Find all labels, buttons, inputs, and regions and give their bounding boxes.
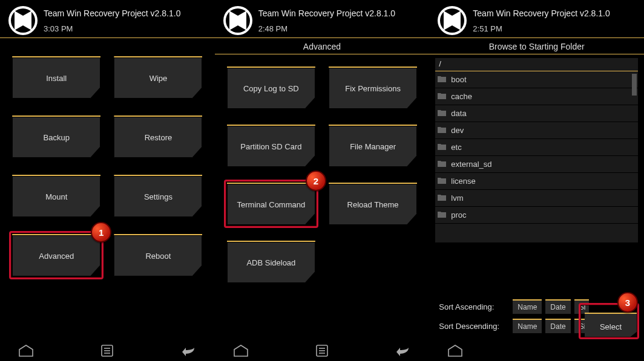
log-icon[interactable] [313, 344, 331, 357]
nav-bar [0, 344, 215, 357]
screen-main: Team Win Recovery Project v2.8.1.0 3:03 … [0, 0, 215, 361]
main-button-grid: Install Wipe Backup Restore Mount Settin… [0, 38, 215, 284]
list-item[interactable]: etc [435, 139, 638, 156]
header: Team Win Recovery Project v2.8.1.0 2:48 … [215, 0, 430, 38]
install-button[interactable]: Install [12, 56, 100, 99]
sort-date-desc-button[interactable]: Date [545, 319, 570, 333]
list-item[interactable]: dev [435, 122, 638, 139]
reboot-button[interactable]: Reboot [114, 234, 202, 276]
screen-advanced: Team Win Recovery Project v2.8.1.0 2:48 … [215, 0, 430, 361]
folder-icon [438, 194, 446, 203]
home-icon[interactable] [446, 344, 464, 357]
folder-icon [438, 92, 446, 101]
nav-bar [429, 344, 644, 357]
mount-button[interactable]: Mount [12, 175, 100, 217]
wipe-button[interactable]: Wipe [114, 56, 202, 99]
list-item[interactable]: proc [435, 207, 638, 224]
home-icon[interactable] [232, 344, 250, 357]
current-path[interactable]: / [435, 58, 638, 71]
folder-icon [438, 177, 446, 186]
list-item[interactable]: lvm [435, 190, 638, 207]
scrollbar-thumb[interactable] [632, 74, 637, 96]
advanced-button-highlighted: Advanced 1 [12, 234, 100, 276]
log-icon[interactable] [98, 344, 116, 357]
terminal-command-button[interactable]: Terminal Command [227, 183, 315, 225]
nav-bar [215, 344, 430, 357]
screen-browse: Team Win Recovery Project v2.8.1.0 2:51 … [429, 0, 644, 361]
list-item[interactable]: external_sd [435, 156, 638, 173]
folder-icon [438, 210, 446, 220]
adb-sideload-button[interactable]: ADB Sideload [227, 241, 315, 283]
list-item[interactable]: cache [435, 88, 638, 105]
app-title: Team Win Recovery Project v2.8.1.0 [44, 8, 180, 18]
twrp-logo-icon [8, 6, 38, 35]
sort-date-asc-button[interactable]: Date [545, 299, 570, 314]
clock: 3:03 PM [44, 24, 180, 33]
sort-name-asc-button[interactable]: Name [513, 299, 542, 314]
twrp-logo-icon [223, 6, 252, 35]
list-item[interactable]: data [435, 105, 638, 122]
folder-icon [438, 126, 446, 135]
app-title: Team Win Recovery Project v2.8.1.0 [473, 8, 610, 18]
list-item[interactable]: license [435, 173, 638, 190]
restore-button[interactable]: Restore [114, 115, 202, 158]
home-icon[interactable] [17, 344, 35, 357]
sort-descending-label: Sort Descending: [439, 322, 509, 331]
clock: 2:51 PM [473, 24, 610, 33]
folder-icon [438, 160, 446, 169]
file-list[interactable]: boot cache data dev etc external_sd lice… [435, 71, 638, 242]
advanced-button-grid: Copy Log to SD Fix Permissions Partition… [215, 54, 430, 290]
callout-2: 2 [306, 171, 326, 191]
folder-icon [438, 75, 446, 84]
app-title: Team Win Recovery Project v2.8.1.0 [258, 8, 395, 18]
file-manager-button[interactable]: File Manager [329, 125, 417, 167]
partition-sd-button[interactable]: Partition SD Card [227, 125, 315, 167]
select-button[interactable]: Select [585, 313, 637, 339]
page-subheader: Browse to Starting Folder [429, 38, 644, 54]
callout-3: 3 [617, 292, 638, 313]
terminal-command-highlighted: Terminal Command 2 [227, 183, 315, 225]
page-subheader: Advanced [215, 38, 430, 54]
folder-icon [438, 143, 446, 152]
backup-button[interactable]: Backup [12, 115, 100, 158]
sort-ascending-label: Sort Ascending: [439, 302, 509, 311]
fix-permissions-button[interactable]: Fix Permissions [329, 67, 417, 109]
copy-log-button[interactable]: Copy Log to SD [227, 67, 315, 109]
settings-button[interactable]: Settings [114, 175, 202, 217]
header: Team Win Recovery Project v2.8.1.0 2:51 … [429, 0, 644, 38]
advanced-button[interactable]: Advanced [12, 234, 100, 276]
sort-name-desc-button[interactable]: Name [513, 319, 542, 333]
reload-theme-button[interactable]: Reload Theme [329, 183, 417, 225]
sort-controls: Sort Ascending: Name Date Si Sort Descen… [439, 299, 637, 333]
clock: 2:48 PM [258, 24, 395, 33]
folder-icon [438, 109, 446, 118]
list-item[interactable]: boot [435, 71, 638, 88]
header: Team Win Recovery Project v2.8.1.0 3:03 … [0, 0, 215, 38]
twrp-logo-icon [438, 6, 467, 35]
back-icon[interactable] [394, 344, 412, 357]
callout-1: 1 [91, 222, 111, 242]
back-icon[interactable] [180, 344, 198, 357]
